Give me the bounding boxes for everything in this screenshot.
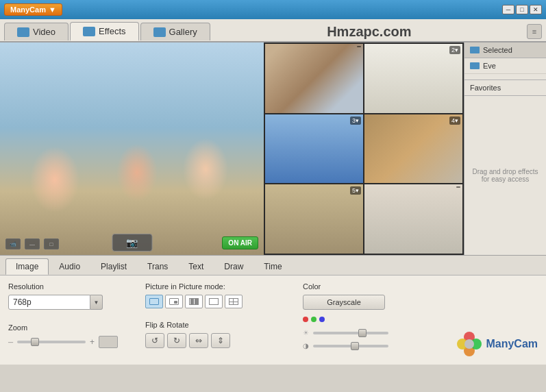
thumb-num-4: 4▾	[449, 117, 460, 125]
tab-audio[interactable]: Audio	[49, 258, 90, 275]
pip-btn-3[interactable]	[185, 295, 203, 308]
thumb-num-1	[357, 46, 361, 47]
pip-btn-1[interactable]	[145, 295, 163, 308]
settings-panel: Resolution 768p ▼ Zoom ─ + Picture in Pi…	[0, 275, 546, 365]
minimize-button[interactable]: ─	[502, 5, 514, 14]
color-sliders: ☀ ◑	[303, 317, 442, 350]
flip-label: Flip & Rotate	[145, 321, 289, 329]
pip-icon-5	[229, 298, 238, 305]
selected-eve-item[interactable]: Eve	[464, 58, 546, 74]
contrast-slider[interactable]	[313, 345, 388, 347]
pip-icon-3	[189, 298, 199, 305]
rotate-cw-button[interactable]: ↻	[167, 333, 186, 348]
camera-icon: 📷	[126, 237, 138, 248]
settings-col-1: Resolution 768p ▼ Zoom ─ +	[8, 282, 132, 358]
maximize-button[interactable]: □	[516, 5, 528, 14]
camera-toggle-button[interactable]: 📹	[5, 238, 21, 249]
thumb-num-2: 2▾	[449, 46, 460, 54]
grayscale-button[interactable]: Grayscale	[303, 295, 385, 310]
pip-btn-4[interactable]	[205, 295, 223, 308]
snapshot-button[interactable]: □	[44, 238, 59, 249]
tab-draw[interactable]: Draw	[214, 258, 253, 275]
capture-photo-button[interactable]: 📷	[112, 234, 152, 252]
manycam-title: ManyCam	[10, 5, 46, 14]
red-dot	[303, 317, 308, 322]
title-bar-left: ManyCam ▼	[4, 3, 62, 16]
flip-h-button[interactable]: ⇔	[189, 333, 208, 348]
nav-right-button[interactable]: ≡	[527, 24, 542, 39]
brightness-slider-thumb[interactable]	[358, 329, 367, 337]
effects-tab-icon	[83, 27, 95, 36]
playlist-tab-label: Playlist	[101, 262, 127, 271]
effects-tab-label: Effects	[99, 26, 126, 36]
tab-playlist[interactable]: Playlist	[90, 258, 137, 275]
pip-btn-2[interactable]	[165, 295, 183, 308]
main-area: 📹 — □ 📷 ON AIR 2▾ 3▾ 4▾ 5▾	[0, 42, 546, 255]
tab-gallery[interactable]: Gallery	[140, 23, 210, 40]
video-tab-icon	[17, 27, 29, 37]
pip-icon-4	[209, 298, 219, 305]
thumbnail-4[interactable]: 4▾	[364, 114, 462, 184]
video-tab-label: Video	[33, 27, 55, 37]
brightness-slider[interactable]	[313, 332, 388, 334]
pip-buttons	[145, 295, 289, 308]
draw-tab-label: Draw	[224, 262, 243, 271]
title-bar: ManyCam ▼ ─ □ ✕	[0, 0, 546, 19]
resolution-value[interactable]: 768p	[8, 295, 90, 310]
thumbnail-5[interactable]: 5▾	[265, 184, 363, 254]
title-bar-controls: ─ □ ✕	[502, 5, 542, 14]
manycam-logo-button[interactable]: ManyCam ▼	[4, 3, 62, 16]
pip-label: Picture in Picture mode:	[145, 282, 289, 291]
pip-btn-5[interactable]	[225, 295, 243, 308]
tab-video[interactable]: Video	[4, 23, 69, 40]
resolution-dropdown-arrow[interactable]: ▼	[90, 295, 103, 310]
resolution-select: 768p ▼	[8, 295, 132, 310]
thumbnail-3[interactable]: 3▾	[265, 114, 363, 184]
video-preview: 📹 — □ 📷 ON AIR	[0, 42, 264, 255]
drag-hint-text: Drag and drop effects for easy access	[470, 168, 541, 183]
text-tab-label: Text	[188, 262, 203, 271]
tab-effects[interactable]: Effects	[70, 22, 139, 41]
pip-icon-2	[169, 298, 179, 305]
audio-tab-label: Audio	[59, 262, 80, 271]
zoom-label: Zoom	[8, 323, 132, 332]
favorites-label: Favorites	[470, 84, 501, 92]
trans-tab-label: Trans	[147, 262, 168, 271]
thumbnail-6[interactable]	[364, 184, 462, 254]
settings-col-3: Color Grayscale ☀ ◑	[303, 282, 442, 358]
tab-image[interactable]: Image	[5, 258, 49, 275]
selected-header: Selected	[464, 42, 546, 58]
thumb-num-3: 3▾	[350, 117, 361, 125]
contrast-slider-thumb[interactable]	[351, 342, 359, 350]
resolution-label: Resolution	[8, 282, 132, 291]
contrast-icon: ◑	[303, 342, 309, 350]
mic-button[interactable]: —	[25, 238, 40, 249]
manycam-brand: ManyCam	[456, 330, 538, 358]
zoom-slider-thumb[interactable]	[31, 338, 39, 346]
zoom-row: ─ +	[8, 336, 132, 348]
pip-icon-1	[149, 298, 159, 305]
thumbnail-1[interactable]	[265, 44, 363, 113]
dropdown-arrow-icon: ▼	[49, 5, 56, 14]
thumb-num-5: 5▾	[350, 186, 361, 195]
svg-point-4	[464, 339, 474, 349]
tab-trans[interactable]: Trans	[137, 258, 178, 275]
close-button[interactable]: ✕	[530, 5, 542, 14]
eve-label: Eve	[483, 62, 496, 70]
time-tab-label: Time	[264, 262, 282, 271]
selected-icon	[470, 47, 480, 53]
thumbnail-grid: 2▾ 3▾ 4▾ 5▾	[264, 42, 464, 255]
gallery-tab-icon	[153, 27, 166, 37]
rotate-ccw-button[interactable]: ↺	[145, 333, 164, 348]
eve-icon	[470, 62, 480, 69]
tab-text[interactable]: Text	[178, 258, 214, 275]
tab-time[interactable]: Time	[253, 258, 292, 275]
zoom-slider[interactable]	[17, 341, 86, 343]
video-feed	[0, 42, 264, 255]
flip-v-button[interactable]: ⇕	[211, 333, 230, 348]
gallery-tab-label: Gallery	[169, 27, 197, 37]
bottom-tabs: Image Audio Playlist Trans Text Draw Tim…	[0, 255, 546, 275]
color-dot-row	[303, 317, 442, 322]
thumbnail-2[interactable]: 2▾	[364, 44, 462, 113]
contrast-slider-row: ◑	[303, 342, 442, 350]
